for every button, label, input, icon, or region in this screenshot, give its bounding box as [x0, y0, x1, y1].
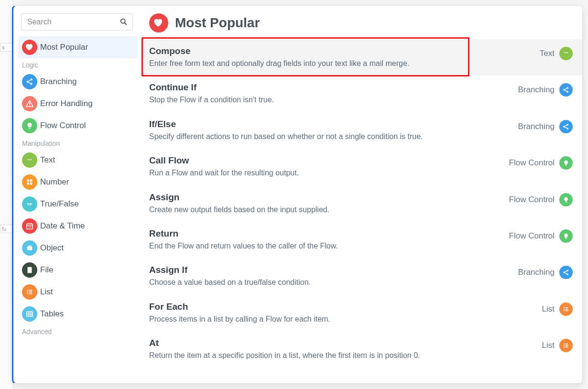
function-title: If/Else [149, 119, 508, 130]
quote-icon [22, 152, 37, 168]
sidebar-item-label: List [40, 287, 53, 297]
function-text: AssignCreate new output fields based on … [149, 192, 509, 215]
sidebar-item-file[interactable]: File [18, 259, 138, 281]
sidebar-item-list[interactable]: List [18, 281, 138, 303]
sidebar-item-number[interactable]: Number [18, 171, 138, 193]
function-category: List [542, 338, 573, 352]
sidebar-item-date-time[interactable]: Date & Time [18, 215, 138, 237]
function-description: Create new output fields based on the in… [149, 205, 500, 215]
function-text: Assign IfChoose a value based on a true/… [149, 265, 518, 288]
function-description: Enter free form text and optionally drag… [149, 58, 530, 69]
sidebar-item-label: Number [40, 177, 69, 187]
function-title: Continue If [149, 82, 508, 93]
function-title: Compose [149, 46, 530, 56]
bulb-icon [22, 118, 37, 133]
sidebar-item-true-false[interactable]: True/False [18, 193, 138, 215]
share-icon [559, 266, 573, 279]
quote-icon [559, 47, 573, 60]
function-row-if-else[interactable]: If/ElseSpecify different actions to run … [140, 112, 582, 149]
function-category-label: Branching [518, 122, 555, 131]
search-input[interactable] [21, 13, 133, 31]
function-row-assign-if[interactable]: Assign IfChoose a value based on a true/… [140, 258, 582, 294]
function-category-label: Flow Control [509, 231, 555, 241]
object-icon [22, 240, 37, 256]
sidebar-item-tables[interactable]: Tables [18, 303, 138, 325]
function-text: AtReturn the item at a specific position… [149, 338, 542, 361]
function-row-assign[interactable]: AssignCreate new output fields based on … [140, 185, 582, 222]
function-row-for-each[interactable]: For EachProcess items in a list by calli… [140, 295, 582, 331]
function-category: Flow Control [509, 155, 573, 170]
share-icon [559, 83, 573, 97]
table-icon [22, 306, 37, 322]
sidebar-item-error-handling[interactable]: Error Handling [18, 93, 138, 115]
function-category-label: Text [540, 49, 555, 58]
function-category-label: Branching [518, 85, 555, 95]
sidebar-item-label: Branching [40, 77, 77, 86]
sidebar-item-label: Text [40, 155, 55, 165]
sidebar-item-branching[interactable]: Branching [18, 71, 138, 93]
sidebar-item-label: Object [40, 243, 64, 253]
function-title: Assign [149, 192, 500, 203]
category-sidebar: Most Popular LogicBranchingError Handlin… [13, 6, 140, 383]
list-icon [22, 284, 37, 300]
function-list-main: Most Popular ComposeEnter free form text… [140, 6, 582, 383]
function-picker-panel: Most Popular LogicBranchingError Handlin… [13, 6, 582, 383]
function-category: Flow Control [509, 192, 573, 206]
sidebar-item-label: True/False [40, 199, 79, 209]
function-category: List [542, 302, 573, 316]
function-row-return[interactable]: ReturnEnd the Flow and return values to … [140, 222, 582, 258]
tf-icon [22, 196, 37, 212]
function-category: Branching [518, 265, 573, 279]
sidebar-item-label: Error Handling [40, 99, 93, 108]
function-title: Call Flow [149, 155, 500, 166]
function-description: Return the item at a specific position i… [149, 350, 533, 361]
bulb-icon [559, 156, 573, 170]
sidebar-group-label: Advanced [18, 325, 138, 337]
function-title: For Each [149, 302, 533, 312]
function-text: Continue IfStop the Flow if a condition … [149, 82, 518, 105]
function-description: Run a Flow and wait for the resulting ou… [149, 168, 500, 178]
function-description: Choose a value based on a true/false con… [149, 277, 508, 288]
function-title: At [149, 338, 533, 348]
bg-stub: fu [0, 225, 12, 233]
bulb-icon [559, 229, 573, 243]
sidebar-item-object[interactable]: Object [18, 237, 138, 259]
function-row-compose[interactable]: ComposeEnter free form text and optional… [140, 39, 582, 76]
function-description: Stop the Flow if a condition isn't true. [149, 95, 508, 105]
heart-icon [22, 40, 37, 55]
function-title: Assign If [149, 265, 508, 275]
sidebar-item-label: Flow Control [40, 121, 86, 130]
sidebar-item-label: File [40, 265, 53, 275]
search-wrap [21, 13, 133, 31]
sidebar-item-label: Date & Time [40, 221, 85, 231]
sidebar-item-most-popular[interactable]: Most Popular [18, 36, 138, 58]
sidebar-group-label: Manipulation [18, 137, 138, 149]
bulb-icon [559, 193, 573, 206]
function-row-call-flow[interactable]: Call FlowRun a Flow and wait for the res… [140, 149, 582, 185]
function-description: End the Flow and return values to the ca… [149, 241, 500, 251]
bg-stub: s [0, 43, 12, 52]
function-category-label: Flow Control [509, 195, 555, 205]
function-category-label: List [542, 304, 555, 314]
function-text: ReturnEnd the Flow and return values to … [149, 228, 509, 251]
function-description: Specify different actions to run based o… [149, 131, 508, 142]
page-title: Most Popular [175, 15, 260, 31]
function-description: Process items in a list by calling a Flo… [149, 314, 533, 324]
sidebar-item-flow-control[interactable]: Flow Control [18, 115, 138, 137]
list-icon [559, 339, 573, 352]
sidebar-item-text[interactable]: Text [18, 149, 138, 171]
function-text: Call FlowRun a Flow and wait for the res… [149, 155, 509, 178]
sidebar-group-label: Logic [18, 58, 138, 71]
background-left-strip: s fu [0, 0, 13, 389]
function-row-at[interactable]: AtReturn the item at a specific position… [140, 331, 582, 367]
heart-icon [149, 13, 168, 32]
function-category: Text [540, 46, 573, 60]
list-icon [559, 303, 573, 316]
calendar-icon [22, 218, 37, 234]
main-header: Most Popular [140, 11, 582, 39]
function-category: Branching [518, 82, 573, 97]
sidebar-item-label: Most Popular [40, 43, 88, 52]
function-category-label: Flow Control [509, 158, 555, 168]
function-row-continue-if[interactable]: Continue IfStop the Flow if a condition … [140, 76, 582, 112]
function-text: For EachProcess items in a list by calli… [149, 302, 542, 324]
